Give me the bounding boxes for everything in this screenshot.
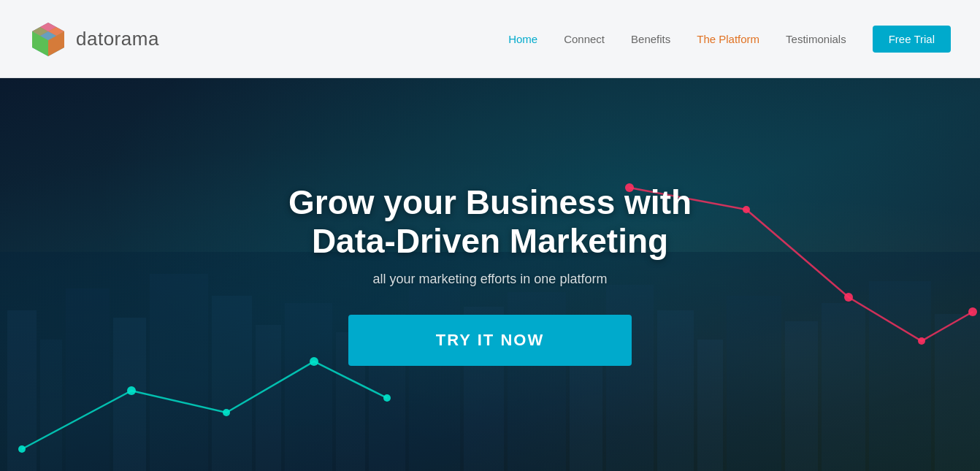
nav-testimonials[interactable]: Testimonials	[786, 33, 846, 45]
free-trial-button[interactable]: Free Trial	[873, 26, 951, 53]
svg-point-33	[127, 386, 136, 395]
hero-subtitle: all your marketing efforts in one platfo…	[288, 272, 692, 287]
svg-point-40	[918, 337, 925, 345]
svg-point-38	[743, 206, 750, 213]
hero-title: Grow your Business with Data-Driven Mark…	[288, 183, 692, 261]
hero-content: Grow your Business with Data-Driven Mark…	[288, 183, 692, 367]
try-it-now-button[interactable]: TRY IT NOW	[348, 315, 632, 366]
logo-area: datorama	[29, 20, 159, 58]
svg-point-36	[383, 394, 391, 402]
logo-text: datorama	[76, 28, 159, 50]
nav-links: Home Connect Benefits The Platform Testi…	[508, 26, 951, 53]
hero-section: Grow your Business with Data-Driven Mark…	[0, 78, 980, 471]
hero-title-line1: Grow your Business with	[288, 183, 692, 221]
hero-title-line2: Data-Driven Marketing	[312, 222, 668, 260]
navbar: datorama Home Connect Benefits The Platf…	[0, 0, 980, 78]
svg-point-39	[844, 293, 853, 302]
nav-platform[interactable]: The Platform	[697, 33, 759, 45]
nav-home[interactable]: Home	[508, 33, 537, 45]
nav-benefits[interactable]: Benefits	[631, 33, 670, 45]
svg-point-32	[18, 445, 26, 453]
nav-connect[interactable]: Connect	[564, 33, 605, 45]
svg-point-41	[968, 307, 977, 316]
logo-icon	[29, 20, 67, 58]
svg-point-34	[223, 409, 230, 416]
